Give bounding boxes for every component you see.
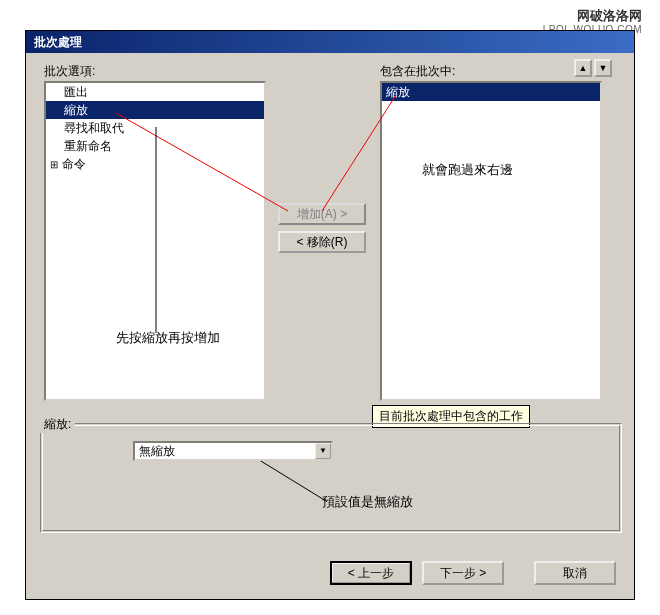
move-down-button[interactable]: ▼ <box>594 59 612 77</box>
prev-button[interactable]: < 上一步 <box>330 561 412 585</box>
list-item[interactable]: 尋找和取代 <box>46 119 264 137</box>
batch-dialog: 批次處理 批次選項: 包含在批次中: ▲ ▼ 匯出 縮放 尋找和取代 重新命名 … <box>25 30 635 600</box>
titlebar-text: 批次處理 <box>34 35 82 49</box>
dialog-buttons: < 上一步 下一步 > 取消 <box>330 561 616 585</box>
scale-groupbox <box>40 423 622 533</box>
next-button[interactable]: 下一步 > <box>422 561 504 585</box>
scale-dropdown[interactable]: 無縮放 ▼ <box>133 441 333 461</box>
add-button[interactable]: 增加(A) > <box>278 203 366 225</box>
cancel-button[interactable]: 取消 <box>534 561 616 585</box>
watermark-line1: 网破洛洛网 <box>543 8 642 24</box>
dropdown-value: 無縮放 <box>135 443 315 460</box>
list-item-selected[interactable]: 縮放 <box>46 101 264 119</box>
list-item-selected[interactable]: 縮放 <box>382 83 600 101</box>
group-label: 縮放: <box>40 416 75 433</box>
left-list-label: 批次選項: <box>44 63 95 80</box>
batch-listbox[interactable]: 縮放 <box>380 81 602 401</box>
titlebar: 批次處理 <box>26 31 634 53</box>
dialog-body: 批次選項: 包含在批次中: ▲ ▼ 匯出 縮放 尋找和取代 重新命名 命令 縮放… <box>26 53 634 599</box>
chevron-down-icon[interactable]: ▼ <box>315 443 331 459</box>
remove-button[interactable]: < 移除(R) <box>278 231 366 253</box>
right-list-label: 包含在批次中: <box>380 63 455 80</box>
move-up-button[interactable]: ▲ <box>574 59 592 77</box>
reorder-buttons: ▲ ▼ <box>574 59 612 77</box>
list-item[interactable]: 重新命名 <box>46 137 264 155</box>
options-listbox[interactable]: 匯出 縮放 尋找和取代 重新命名 命令 <box>44 81 266 401</box>
list-item[interactable]: 匯出 <box>46 83 264 101</box>
list-item-expandable[interactable]: 命令 <box>46 155 264 174</box>
